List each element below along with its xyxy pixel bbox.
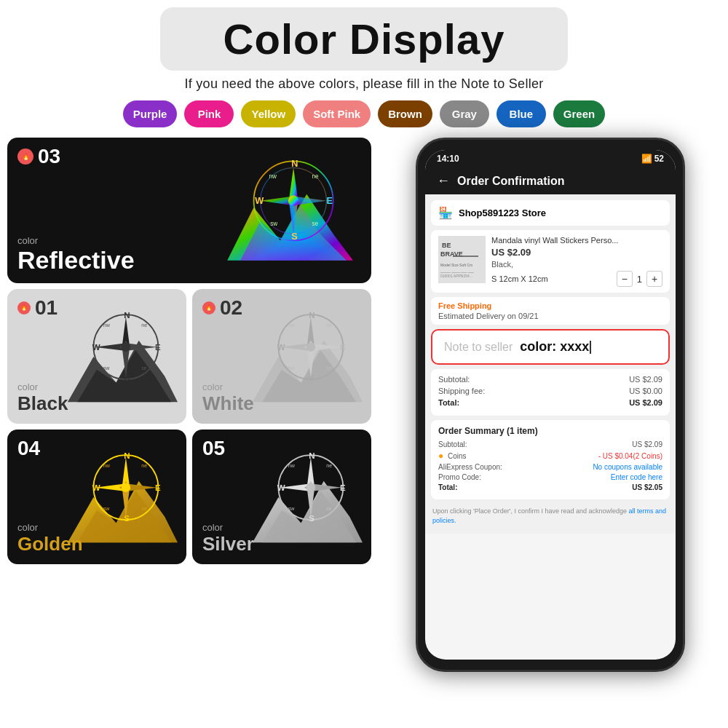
qty-plus-btn[interactable]: + (646, 271, 662, 287)
tile-02-label: color White (202, 381, 254, 415)
svg-text:N: N (309, 451, 314, 459)
svg-text:_____  ____  ___  ___: _____ ____ ___ ___ (440, 269, 474, 273)
page-title: Color Display (182, 15, 546, 63)
swatches-row: PurplePinkYellowSoft PinkBrownGrayBlueGr… (7, 100, 721, 127)
svg-text:ne: ne (141, 323, 147, 328)
tile-black: 🔥 01 color Black N S (7, 289, 186, 424)
svg-text:sw: sw (288, 505, 296, 511)
page: Color Display If you need the above colo… (0, 0, 728, 728)
product-price: US $2.09 (491, 247, 662, 258)
svg-text:nw: nw (103, 463, 111, 469)
svg-text:N: N (124, 310, 130, 319)
svg-point-64 (122, 483, 130, 491)
total-val: US $2.09 (629, 398, 662, 407)
subtitle: If you need the above colors, please fil… (7, 76, 721, 92)
svg-text:nw: nw (288, 323, 296, 328)
status-time: 14:10 (437, 154, 459, 164)
note-to-seller-box[interactable]: Note to seller color: xxxx (431, 329, 670, 365)
svg-text:se: se (326, 365, 332, 371)
order-summary-card: Order Summary (1 item) Subtotal: US $2.0… (431, 420, 670, 499)
os-promo-label: Promo Code: (438, 473, 481, 481)
svg-text:se: se (141, 365, 147, 371)
svg-text:sw: sw (103, 505, 111, 511)
order-body: 🏪 Shop5891223 Store BE BRAVE (425, 194, 676, 534)
product-details: Mandala vinyl Wall Stickers Perso... US … (491, 236, 662, 287)
swatch-purple: Purple (123, 100, 178, 127)
svg-text:nw: nw (288, 463, 296, 469)
qty-row: S 12cm X 12cm − 1 + (491, 271, 662, 287)
tile-01-num: 🔥 01 (17, 296, 58, 320)
svg-point-48 (306, 342, 315, 351)
qty-value: 1 (633, 274, 646, 285)
product-variant1: Black, (491, 260, 662, 269)
free-shipping: Free Shipping (438, 301, 662, 310)
os-subtotal-label: Subtotal: (438, 440, 467, 448)
tile-04-color-label: color (17, 522, 83, 533)
svg-text:S: S (309, 373, 314, 381)
totals-card: Subtotal: US $2.09 Shipping fee: US $0.0… (431, 369, 670, 416)
disclaimer: Upon clicking 'Place Order', I confirm I… (431, 504, 670, 528)
tiles-grid: 🔥 01 color Black N S (7, 289, 371, 564)
qty-minus-btn[interactable]: − (617, 271, 633, 287)
tile-05-label: color Silver (202, 522, 254, 555)
svg-text:E: E (340, 343, 346, 352)
tile-04-label: color Golden (17, 522, 83, 555)
tile-golden: 04 color Golden (7, 430, 186, 564)
tile-05-color-label: color (202, 522, 254, 533)
subtotal-val: US $2.09 (629, 375, 662, 384)
note-label: Note to seller (444, 341, 513, 354)
status-bar: 14:10 📶 52 (425, 150, 676, 167)
tile-reflective: 🔥 03 color Reflective (7, 138, 371, 283)
tile-01-color-name: Black (17, 392, 68, 415)
total-label: Total: (438, 398, 459, 407)
svg-text:S: S (124, 513, 130, 522)
svg-text:BE: BE (442, 242, 451, 249)
svg-text:ne: ne (141, 463, 147, 469)
title-box: Color Display (160, 7, 568, 71)
os-subtotal-val: US $2.09 (632, 440, 662, 448)
tile-05-num: 05 (202, 437, 225, 460)
tile-silver: 05 color Silver (192, 430, 371, 564)
os-total-row: Total: US $2.05 (438, 483, 662, 491)
phone-mockup: 14:10 📶 52 ← Order Confirmation (416, 138, 685, 672)
svg-text:ne: ne (326, 463, 332, 469)
svg-point-32 (122, 342, 130, 351)
os-subtotal-row: Subtotal: US $2.09 (438, 440, 662, 448)
tile-03-color-label: color (17, 235, 135, 246)
os-total-label: Total: (438, 483, 457, 491)
tile-01-color-label: color (17, 381, 68, 392)
os-coupon-val: No coupons available (593, 463, 662, 471)
swatch-soft-pink: Soft Pink (303, 100, 371, 127)
tile-04-color-name: Golden (17, 533, 83, 555)
shop-row: 🏪 Shop5891223 Store (431, 200, 670, 226)
tile-05-color-name: Silver (202, 533, 254, 555)
swatch-gray: Gray (440, 100, 489, 127)
svg-point-80 (306, 483, 315, 491)
svg-text:E: E (340, 483, 346, 492)
shipping-row: Shipping fee: US $0.00 (438, 387, 662, 395)
os-promo-val[interactable]: Enter code here (611, 473, 662, 481)
svg-text:S: S (291, 230, 297, 241)
tile-02-num: 🔥 02 (202, 296, 242, 320)
subtotal-label: Subtotal: (438, 375, 470, 384)
delivery-text: Estimated Delivery on 09/21 (438, 312, 662, 320)
svg-text:E: E (155, 483, 161, 492)
svg-text:Model  Size  Soft  Cm: Model Size Soft Cm (440, 263, 472, 267)
product-title: Mandala vinyl Wall Stickers Perso... (491, 236, 662, 245)
svg-text:nw: nw (103, 323, 111, 328)
svg-point-16 (288, 195, 299, 206)
swatch-yellow: Yellow (241, 100, 296, 127)
svg-text:sw: sw (288, 365, 296, 371)
svg-text:S: S (309, 513, 314, 522)
order-title: Order Confirmation (457, 175, 565, 188)
tile-03-num: 🔥 03 (17, 145, 60, 168)
back-arrow[interactable]: ← (437, 173, 450, 189)
svg-text:N: N (291, 157, 298, 168)
svg-text:se: se (326, 505, 332, 511)
tile-01-label: color Black (17, 381, 68, 415)
svg-text:se: se (312, 221, 319, 227)
status-signal: 📶 52 (641, 154, 664, 164)
svg-text:S: S (124, 373, 130, 381)
product-card: BE BRAVE Model Size Soft Cm _____ ____ _… (431, 230, 670, 293)
os-coupon-label: AliExpress Coupon: (438, 463, 502, 471)
